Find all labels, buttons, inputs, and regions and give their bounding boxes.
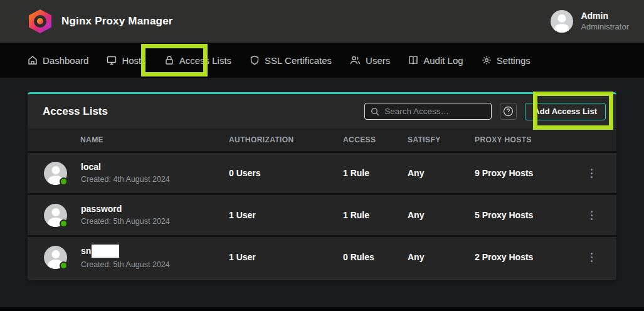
app-title: Nginx Proxy Manager bbox=[61, 15, 173, 28]
access-list-name-text: sn bbox=[81, 246, 91, 256]
nav-item-label: Hosts bbox=[122, 55, 145, 66]
access-value: 1 Rule bbox=[343, 210, 408, 220]
authorization-value: 1 User bbox=[229, 210, 343, 220]
name-cell: sn Created: 5th August 2024 bbox=[44, 245, 229, 270]
avatar-silhouette bbox=[554, 24, 569, 33]
nav-item-ssl-certificates[interactable]: SSL Certificates bbox=[250, 55, 332, 66]
access-list-name: password bbox=[81, 204, 170, 214]
users-icon bbox=[350, 55, 361, 65]
table-row[interactable]: sn Created: 5th August 2024 1 User 0 Rul… bbox=[28, 235, 616, 277]
column-header-authorization: AUTHORIZATION bbox=[229, 135, 343, 144]
nginx-proxy-manager-logo-icon bbox=[29, 9, 51, 33]
home-icon bbox=[28, 55, 38, 65]
avatar-silhouette bbox=[558, 14, 566, 23]
content-area: Access Lists Add Access List NAME AUTHOR… bbox=[0, 78, 644, 311]
nav-item-hosts[interactable]: Hosts bbox=[107, 55, 145, 66]
table-row[interactable]: local Created: 4th August 2024 0 Users 1… bbox=[28, 151, 616, 193]
user-menu[interactable]: Admin Administrator bbox=[551, 10, 629, 33]
proxy-hosts-value: 9 Proxy Hosts bbox=[475, 168, 579, 178]
bottom-strip bbox=[0, 307, 644, 311]
created-date: Created: 4th August 2024 bbox=[81, 175, 170, 184]
help-button[interactable] bbox=[500, 103, 517, 120]
proxy-hosts-value: 5 Proxy Hosts bbox=[475, 210, 579, 220]
created-date: Created: 5th August 2024 bbox=[81, 260, 170, 270]
avatar-silhouette bbox=[51, 250, 60, 258]
book-icon bbox=[408, 55, 418, 65]
user-avatar[interactable] bbox=[551, 10, 573, 33]
row-menu-kebab-icon[interactable] bbox=[588, 250, 595, 265]
user-info: Admin Administrator bbox=[581, 11, 629, 32]
avatar-silhouette bbox=[51, 166, 60, 174]
access-lists-panel: Access Lists Add Access List NAME AUTHOR… bbox=[28, 92, 616, 280]
nav-item-label: Dashboard bbox=[43, 55, 88, 66]
status-online-dot bbox=[60, 177, 68, 186]
access-list-avatar bbox=[44, 204, 67, 227]
nav-item-users[interactable]: Users bbox=[350, 55, 390, 66]
search-input[interactable] bbox=[384, 107, 485, 116]
nav-item-label: Audit Log bbox=[423, 55, 463, 66]
table-row[interactable]: password Created: 5th August 2024 1 User… bbox=[28, 193, 616, 235]
question-circle-icon bbox=[503, 106, 514, 117]
shield-icon bbox=[250, 55, 260, 65]
authorization-value: 0 Users bbox=[229, 168, 343, 178]
nav-item-label: Access Lists bbox=[179, 55, 231, 66]
search-box[interactable] bbox=[364, 103, 492, 120]
table-header: NAME AUTHORIZATION ACCESS SATISFY PROXY … bbox=[28, 129, 616, 151]
satisfy-value: Any bbox=[408, 210, 475, 220]
search-icon bbox=[371, 107, 379, 116]
main-nav: Dashboard Hosts Access Lists SSL Certifi… bbox=[0, 43, 644, 78]
user-role: Administrator bbox=[581, 22, 629, 32]
avatar-silhouette bbox=[51, 208, 60, 216]
column-header-name: NAME bbox=[44, 135, 229, 144]
nav-item-audit-log[interactable]: Audit Log bbox=[408, 55, 463, 66]
access-value: 1 Rule bbox=[343, 168, 408, 178]
access-value: 0 Rules bbox=[343, 252, 408, 262]
page-title: Access Lists bbox=[43, 105, 108, 118]
nav-item-access-lists[interactable]: Access Lists bbox=[164, 55, 231, 66]
panel-header: Access Lists Add Access List bbox=[28, 94, 616, 129]
row-menu-kebab-icon[interactable] bbox=[588, 208, 595, 223]
nav-item-settings[interactable]: Settings bbox=[482, 55, 531, 66]
access-list-avatar bbox=[44, 246, 67, 269]
panel-toolbar: Add Access List bbox=[364, 103, 606, 120]
top-bar: Nginx Proxy Manager Admin Administrator bbox=[0, 0, 644, 43]
lock-icon bbox=[164, 55, 174, 65]
add-access-list-button[interactable]: Add Access List bbox=[525, 103, 606, 120]
name-cell: password Created: 5th August 2024 bbox=[44, 204, 229, 227]
column-header-access: ACCESS bbox=[343, 135, 408, 144]
nav-item-label: Users bbox=[366, 55, 390, 66]
name-cell: local Created: 4th August 2024 bbox=[44, 162, 229, 185]
redaction-box bbox=[92, 245, 119, 258]
column-header-proxy-hosts: PROXY HOSTS bbox=[475, 135, 579, 144]
row-menu-kebab-icon[interactable] bbox=[588, 166, 595, 181]
access-list-avatar bbox=[44, 162, 67, 185]
status-online-dot bbox=[60, 219, 68, 228]
monitor-icon bbox=[107, 55, 117, 65]
nav-item-label: SSL Certificates bbox=[265, 55, 332, 66]
nav-item-dashboard[interactable]: Dashboard bbox=[28, 55, 88, 66]
created-date: Created: 5th August 2024 bbox=[81, 217, 170, 226]
satisfy-value: Any bbox=[408, 168, 475, 178]
proxy-hosts-value: 2 Proxy Hosts bbox=[475, 252, 579, 262]
access-list-name: sn bbox=[81, 245, 170, 258]
gear-icon bbox=[482, 55, 492, 65]
authorization-value: 1 User bbox=[229, 252, 343, 262]
access-list-name: local bbox=[81, 162, 170, 172]
app-window: Nginx Proxy Manager Admin Administrator … bbox=[0, 0, 644, 311]
satisfy-value: Any bbox=[408, 252, 475, 262]
user-name: Admin bbox=[581, 11, 629, 22]
nav-item-label: Settings bbox=[497, 55, 531, 66]
column-header-satisfy: SATISFY bbox=[408, 135, 475, 144]
status-online-dot bbox=[60, 261, 68, 270]
